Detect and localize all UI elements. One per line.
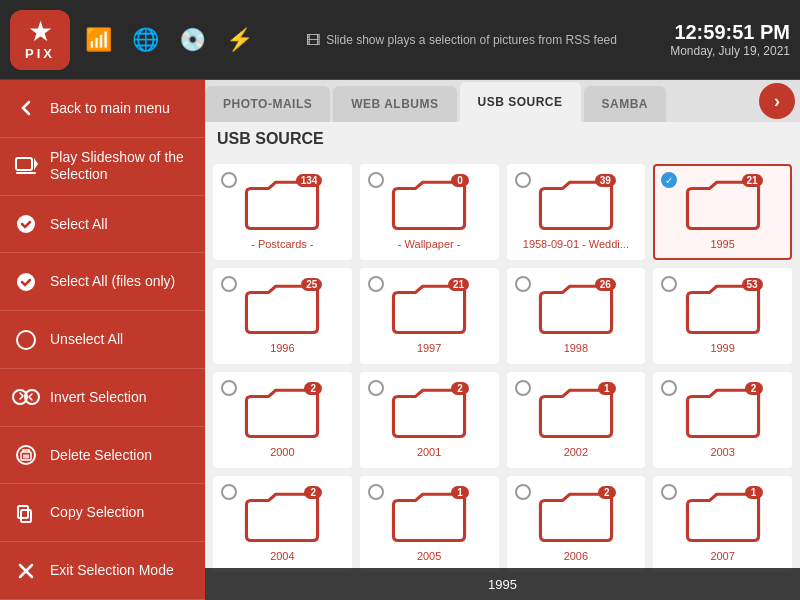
sidebar-icon-invert-selection bbox=[12, 383, 40, 411]
folder-count-postcards: 134 bbox=[296, 174, 323, 187]
folder-item-1999[interactable]: 53 1999 bbox=[653, 268, 792, 364]
folder-item-1997[interactable]: 21 1997 bbox=[360, 268, 499, 364]
folder-item-1998[interactable]: 26 1998 bbox=[507, 268, 646, 364]
folder-count-2005: 1 bbox=[451, 486, 469, 499]
folder-count-1996: 25 bbox=[301, 278, 322, 291]
folder-count-1997: 21 bbox=[448, 278, 469, 291]
sidebar-item-delete-selection[interactable]: Delete Selection bbox=[0, 427, 205, 485]
folder-count-2002: 1 bbox=[598, 382, 616, 395]
sidebar-icon-delete-selection bbox=[12, 441, 40, 469]
folder-item-2002[interactable]: 1 2002 bbox=[507, 372, 646, 468]
folder-icon-2002: 1 bbox=[536, 382, 616, 442]
folder-count-1995: 21 bbox=[742, 174, 763, 187]
sidebar-icon-back-to-main bbox=[12, 94, 40, 122]
tab-photo-mails[interactable]: PHOTO-MAILS bbox=[205, 86, 330, 122]
folder-grid: 134 - Postcards - 0 - Wallpaper - 39 195… bbox=[213, 164, 792, 572]
folder-item-2003[interactable]: 2 2003 bbox=[653, 372, 792, 468]
sidebar-label-unselect-all: Unselect All bbox=[50, 331, 123, 348]
folder-name-wedding: 1958-09-01 - Weddi... bbox=[523, 238, 629, 250]
folder-name-1996: 1996 bbox=[270, 342, 294, 354]
grid-area: 134 - Postcards - 0 - Wallpaper - 39 195… bbox=[205, 156, 800, 600]
sidebar-item-select-all-files[interactable]: Select All (files only) bbox=[0, 253, 205, 311]
folder-name-2005: 2005 bbox=[417, 550, 441, 562]
sidebar-label-back-to-main: Back to main menu bbox=[50, 100, 170, 117]
folder-radio-1998 bbox=[515, 276, 531, 292]
sidebar-label-select-all-files: Select All (files only) bbox=[50, 273, 175, 290]
tooltip-text: 1995 bbox=[488, 577, 517, 592]
sidebar-icon-select-all-files bbox=[12, 268, 40, 296]
disk-icon: 💿 bbox=[179, 27, 206, 53]
wifi-icon: 📶 bbox=[85, 27, 112, 53]
slide-text: Slide show plays a selection of pictures… bbox=[326, 33, 617, 47]
folder-radio-2006 bbox=[515, 484, 531, 500]
sidebar-item-exit-selection[interactable]: Exit Selection Mode bbox=[0, 542, 205, 600]
svg-point-4 bbox=[17, 273, 35, 291]
folder-name-2007: 2007 bbox=[710, 550, 734, 562]
sidebar-icon-play-slideshow bbox=[12, 152, 40, 180]
folder-item-1995[interactable]: 21 1995 bbox=[653, 164, 792, 260]
sidebar-label-play-slideshow: Play Slideshow of the Selection bbox=[50, 149, 193, 183]
folder-name-wallpaper: - Wallpaper - bbox=[398, 238, 461, 250]
sidebar-item-unselect-all[interactable]: Unselect All bbox=[0, 311, 205, 369]
next-tab-button[interactable]: › bbox=[759, 83, 795, 119]
tab-samba[interactable]: SAMBA bbox=[584, 86, 667, 122]
folder-item-postcards[interactable]: 134 - Postcards - bbox=[213, 164, 352, 260]
folder-name-2006: 2006 bbox=[564, 550, 588, 562]
tab-web-albums[interactable]: WEB ALBUMS bbox=[333, 86, 456, 122]
folder-icon-2000: 2 bbox=[242, 382, 322, 442]
folder-name-2003: 2003 bbox=[710, 446, 734, 458]
folder-count-1999: 53 bbox=[742, 278, 763, 291]
sidebar-item-copy-selection[interactable]: Copy Selection bbox=[0, 484, 205, 542]
folder-radio-2003 bbox=[661, 380, 677, 396]
folder-item-2006[interactable]: 2 2006 bbox=[507, 476, 646, 572]
sidebar-icon-unselect-all bbox=[12, 326, 40, 354]
clock: 12:59:51 PM bbox=[670, 21, 790, 44]
sidebar-item-back-to-main[interactable]: Back to main menu bbox=[0, 80, 205, 138]
logo-star: ★ bbox=[28, 18, 53, 46]
folder-item-wedding[interactable]: 39 1958-09-01 - Weddi... bbox=[507, 164, 646, 260]
sidebar-item-play-slideshow[interactable]: Play Slideshow of the Selection bbox=[0, 138, 205, 196]
folder-radio-1999 bbox=[661, 276, 677, 292]
folder-icon-1997: 21 bbox=[389, 278, 469, 338]
folder-name-1995: 1995 bbox=[710, 238, 734, 250]
folder-radio-wedding bbox=[515, 172, 531, 188]
folder-name-postcards: - Postcards - bbox=[251, 238, 313, 250]
logo-area: ★ PIX 📶 🌐 💿 ⚡ bbox=[10, 10, 253, 70]
tab-bar: PHOTO-MAILSWEB ALBUMSUSB SOURCESAMBA› bbox=[205, 80, 800, 122]
folder-icon-1998: 26 bbox=[536, 278, 616, 338]
clock-area: 12:59:51 PM Monday, July 19, 2021 bbox=[670, 21, 790, 58]
folder-icon-1995: 21 bbox=[683, 174, 763, 234]
sidebar-item-select-all[interactable]: Select All bbox=[0, 196, 205, 254]
source-title: USB SOURCE bbox=[205, 122, 800, 156]
folder-icon-wedding: 39 bbox=[536, 174, 616, 234]
folder-name-2000: 2000 bbox=[270, 446, 294, 458]
folder-item-2000[interactable]: 2 2000 bbox=[213, 372, 352, 468]
folder-name-1999: 1999 bbox=[710, 342, 734, 354]
sidebar-label-delete-selection: Delete Selection bbox=[50, 447, 152, 464]
folder-radio-1996 bbox=[221, 276, 237, 292]
folder-item-1996[interactable]: 25 1996 bbox=[213, 268, 352, 364]
folder-item-wallpaper[interactable]: 0 - Wallpaper - bbox=[360, 164, 499, 260]
folder-count-2003: 2 bbox=[745, 382, 763, 395]
folder-radio-1997 bbox=[368, 276, 384, 292]
folder-item-2007[interactable]: 1 2007 bbox=[653, 476, 792, 572]
slide-info: 🎞 Slide show plays a selection of pictur… bbox=[263, 32, 660, 48]
folder-item-2004[interactable]: 2 2004 bbox=[213, 476, 352, 572]
folder-radio-2004 bbox=[221, 484, 237, 500]
tab-usb-source[interactable]: USB SOURCE bbox=[460, 82, 581, 122]
sidebar: Back to main menu Play Slideshow of the … bbox=[0, 80, 205, 600]
slide-info-bar: 🎞 Slide show plays a selection of pictur… bbox=[253, 32, 670, 48]
folder-count-2007: 1 bbox=[745, 486, 763, 499]
logo-text: PIX bbox=[25, 46, 55, 61]
folder-icon-1996: 25 bbox=[242, 278, 322, 338]
bottom-tooltip: 1995 bbox=[205, 568, 800, 600]
sidebar-item-invert-selection[interactable]: Invert Selection bbox=[0, 369, 205, 427]
folder-count-wallpaper: 0 bbox=[451, 174, 469, 187]
folder-item-2005[interactable]: 1 2005 bbox=[360, 476, 499, 572]
folder-item-2001[interactable]: 2 2001 bbox=[360, 372, 499, 468]
folder-name-2001: 2001 bbox=[417, 446, 441, 458]
sidebar-icon-exit-selection bbox=[12, 557, 40, 585]
folder-count-2001: 2 bbox=[451, 382, 469, 395]
svg-marker-1 bbox=[34, 158, 38, 170]
folder-name-1997: 1997 bbox=[417, 342, 441, 354]
